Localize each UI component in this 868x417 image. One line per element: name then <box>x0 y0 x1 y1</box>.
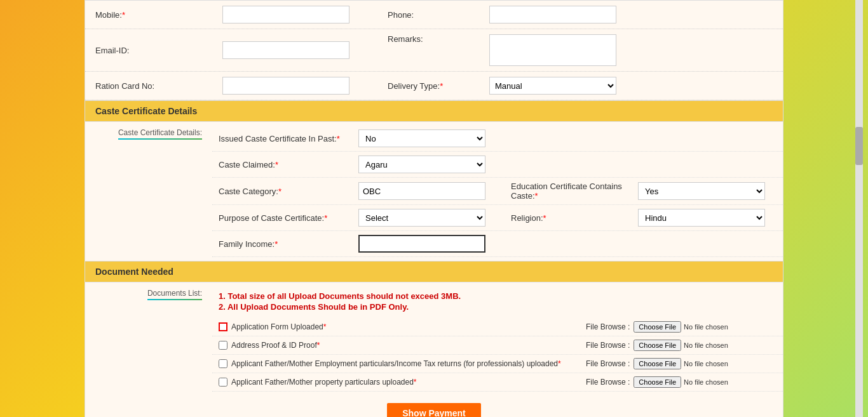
delivery-type-select[interactable]: Manual Speed Post Courier <box>489 77 616 95</box>
doc2-file-input[interactable] <box>634 340 766 351</box>
doc-row-3: Applicant Father/Mother Employment parti… <box>212 355 783 373</box>
email-input[interactable] <box>222 41 349 59</box>
doc4-file-input[interactable] <box>634 376 766 388</box>
phone-input[interactable] <box>489 6 616 23</box>
doc2-checkbox[interactable] <box>219 341 227 350</box>
doc3-label: Applicant Father/Mother Employment parti… <box>231 359 561 368</box>
doc3-file-input[interactable] <box>634 358 766 369</box>
family-income-label: Family Income:* <box>219 239 358 249</box>
doc3-checkbox[interactable] <box>219 359 227 368</box>
issued-caste-label: Issued Caste Certificate In Past:* <box>219 134 358 143</box>
remarks-textarea[interactable] <box>489 34 616 66</box>
purpose-label: Purpose of Caste Certificate:* <box>219 213 358 223</box>
doc-row-4: Applicant Father/Mother property particu… <box>212 373 783 392</box>
doc1-label: Application Form Uploaded* <box>231 322 326 331</box>
documents-side-label: Documents List: <box>85 282 212 395</box>
email-label: Email-ID: <box>95 46 222 55</box>
issued-caste-select[interactable]: No Yes <box>358 129 485 147</box>
caste-side-label: Caste Certificate Details: <box>85 122 212 261</box>
caste-section-header: Caste Certificate Details <box>85 100 783 122</box>
remarks-label: Remarks: <box>388 34 489 44</box>
religion-label: Religion:* <box>511 213 638 223</box>
doc1-file-input[interactable] <box>634 321 766 333</box>
scrollbar[interactable] <box>855 0 863 417</box>
doc-rules: 1. Total size of all Upload Documents sh… <box>212 286 783 318</box>
doc4-browse-label: File Browse : <box>586 378 630 387</box>
doc2-browse-label: File Browse : <box>586 341 630 350</box>
doc-row-1: Application Form Uploaded* File Browse : <box>212 318 783 336</box>
caste-claimed-select[interactable]: Agaru Other <box>358 156 485 173</box>
mobile-input[interactable] <box>222 6 349 23</box>
document-section-header: Document Needed <box>85 261 783 282</box>
family-income-input[interactable] <box>358 235 485 253</box>
caste-claimed-label: Caste Claimed:* <box>219 160 358 169</box>
religion-select[interactable]: Hindu Muslim Christian Other <box>638 209 765 227</box>
doc4-label: Applicant Father/Mother property particu… <box>231 378 417 387</box>
ration-card-label: Ration Card No: <box>95 81 222 91</box>
edu-cert-label: Education Certificate Contains Caste:* <box>511 182 638 201</box>
doc1-browse-label: File Browse : <box>586 322 630 331</box>
caste-category-input[interactable] <box>358 182 485 200</box>
show-payment-row: Show Payment <box>85 395 783 417</box>
doc-row-2: Address Proof & ID Proof* File Browse : <box>212 336 783 355</box>
purpose-select[interactable]: Select Employment Education Other <box>358 209 485 227</box>
delivery-type-label: Delivery Type:* <box>388 81 489 91</box>
caste-category-label: Caste Category:* <box>219 187 358 196</box>
edu-cert-select[interactable]: Yes No <box>638 182 765 200</box>
phone-label: Phone: <box>388 10 489 20</box>
doc4-checkbox[interactable] <box>219 378 227 387</box>
doc2-label: Address Proof & ID Proof* <box>231 341 320 350</box>
doc3-browse-label: File Browse : <box>586 359 630 368</box>
mobile-label: Mobile:* <box>95 10 222 20</box>
show-payment-button[interactable]: Show Payment <box>387 403 481 417</box>
doc1-checkbox[interactable] <box>219 322 227 331</box>
ration-card-input[interactable] <box>222 77 349 95</box>
